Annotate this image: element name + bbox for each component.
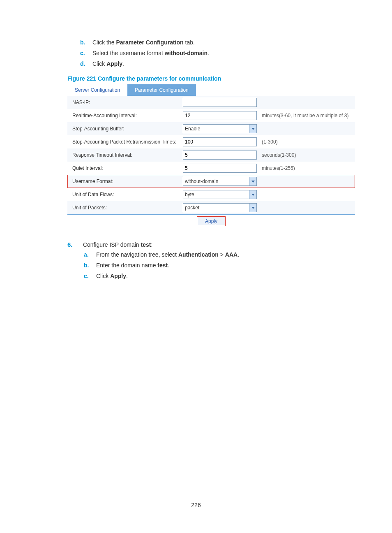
label-unit-data-flows: Unit of Data Flows: bbox=[67, 188, 180, 201]
select-username-format[interactable]: without-domain bbox=[183, 177, 257, 186]
step-6b: b. Enter the domain name test. bbox=[84, 262, 355, 269]
step-letter: b. bbox=[84, 262, 91, 269]
step-b: b. Click the Parameter Configuration tab… bbox=[80, 39, 355, 46]
row-nas-ip: NAS-IP: bbox=[67, 96, 355, 109]
apply-row: Apply bbox=[67, 215, 355, 228]
label-response-timeout: Response Timeout Interval: bbox=[67, 148, 180, 162]
tab-server-configuration[interactable]: Server Configuration bbox=[67, 84, 127, 96]
row-unit-data-flows: Unit of Data Flows: byte bbox=[67, 188, 355, 201]
row-response-timeout: Response Timeout Interval: seconds(1-300… bbox=[67, 148, 355, 162]
label-quiet-interval: Quiet Interval: bbox=[67, 162, 180, 175]
label-retransmission-times: Stop-Accounting Packet Retransmission Ti… bbox=[67, 135, 180, 148]
select-value: byte bbox=[185, 192, 194, 197]
page-number: 226 bbox=[0, 502, 392, 508]
chevron-down-icon[interactable] bbox=[249, 190, 256, 199]
select-value: packet bbox=[185, 205, 199, 211]
select-unit-data-flows[interactable]: byte bbox=[183, 190, 257, 199]
tabs: Server Configuration Parameter Configura… bbox=[67, 84, 355, 96]
step-6-substeps: a. From the navigation tree, select Auth… bbox=[84, 251, 355, 279]
row-username-format: Username Format: without-domain bbox=[67, 175, 355, 188]
input-realtime-accounting[interactable] bbox=[183, 111, 257, 120]
step-letter: c. bbox=[84, 273, 91, 279]
step-letter: b. bbox=[80, 39, 88, 46]
input-response-timeout[interactable] bbox=[183, 151, 257, 160]
step-text: Click Apply. bbox=[92, 60, 124, 67]
figure-panel: Server Configuration Parameter Configura… bbox=[67, 84, 355, 228]
row-retransmission-times: Stop-Accounting Packet Retransmission Ti… bbox=[67, 135, 355, 148]
hint-quiet-interval: minutes(1-255) bbox=[259, 162, 355, 175]
hint-username-format bbox=[259, 175, 355, 188]
hint-realtime-accounting: minutes(3-60, It must be a multiple of 3… bbox=[259, 109, 355, 122]
step-6-text: Configure ISP domain test: bbox=[83, 241, 152, 248]
tab-parameter-configuration[interactable]: Parameter Configuration bbox=[127, 84, 196, 96]
hint-unit-packets bbox=[259, 201, 355, 215]
select-value: Enable bbox=[185, 126, 200, 132]
step-text: Click the Parameter Configuration tab. bbox=[92, 39, 195, 46]
chevron-down-icon[interactable] bbox=[249, 177, 256, 185]
input-nas-ip[interactable] bbox=[183, 98, 257, 107]
step-number: 6. bbox=[67, 241, 76, 248]
step-letter: a. bbox=[84, 251, 91, 258]
label-realtime-accounting: Realtime-Accounting Interval: bbox=[67, 109, 180, 122]
step-letter: c. bbox=[80, 50, 88, 56]
step-text: Enter the domain name test. bbox=[96, 262, 169, 269]
hint-stop-accounting-buffer bbox=[259, 122, 355, 135]
select-unit-packets[interactable]: packet bbox=[183, 203, 257, 212]
step-text: Select the username format without-domai… bbox=[92, 50, 209, 56]
step-d: d. Click Apply. bbox=[80, 60, 355, 67]
row-unit-packets: Unit of Packets: packet bbox=[67, 201, 355, 215]
step-text: From the navigation tree, select Authent… bbox=[96, 251, 239, 258]
intro-steps: b. Click the Parameter Configuration tab… bbox=[80, 39, 355, 67]
select-stop-accounting-buffer[interactable]: Enable bbox=[183, 124, 257, 133]
step-6a: a. From the navigation tree, select Auth… bbox=[84, 251, 355, 258]
row-realtime-accounting: Realtime-Accounting Interval: minutes(3-… bbox=[67, 109, 355, 122]
chevron-down-icon[interactable] bbox=[249, 204, 256, 212]
hint-nas-ip bbox=[259, 96, 355, 109]
step-text: Click Apply. bbox=[96, 273, 128, 279]
form-table: NAS-IP: Realtime-Accounting Interval: mi… bbox=[67, 96, 355, 215]
chevron-down-icon[interactable] bbox=[249, 125, 256, 133]
figure-caption: Figure 221 Configure the parameters for … bbox=[67, 75, 355, 82]
step-6: 6. Configure ISP domain test: a. From th… bbox=[67, 241, 355, 279]
step-6c: c. Click Apply. bbox=[84, 273, 355, 279]
label-nas-ip: NAS-IP: bbox=[67, 96, 180, 109]
step-c: c. Select the username format without-do… bbox=[80, 50, 355, 56]
row-quiet-interval: Quiet Interval: minutes(1-255) bbox=[67, 162, 355, 175]
apply-button[interactable]: Apply bbox=[198, 217, 225, 225]
row-stop-accounting-buffer: Stop-Accounting Buffer: Enable bbox=[67, 122, 355, 135]
input-quiet-interval[interactable] bbox=[183, 164, 257, 173]
hint-unit-data-flows bbox=[259, 188, 355, 201]
step-letter: d. bbox=[80, 60, 88, 67]
select-value: without-domain bbox=[185, 178, 218, 184]
label-stop-accounting-buffer: Stop-Accounting Buffer: bbox=[67, 122, 180, 135]
label-unit-packets: Unit of Packets: bbox=[67, 201, 180, 215]
hint-response-timeout: seconds(1-300) bbox=[259, 148, 355, 162]
hint-retransmission-times: (1-300) bbox=[259, 135, 355, 148]
label-username-format: Username Format: bbox=[67, 175, 180, 188]
input-retransmission-times[interactable] bbox=[183, 137, 257, 146]
